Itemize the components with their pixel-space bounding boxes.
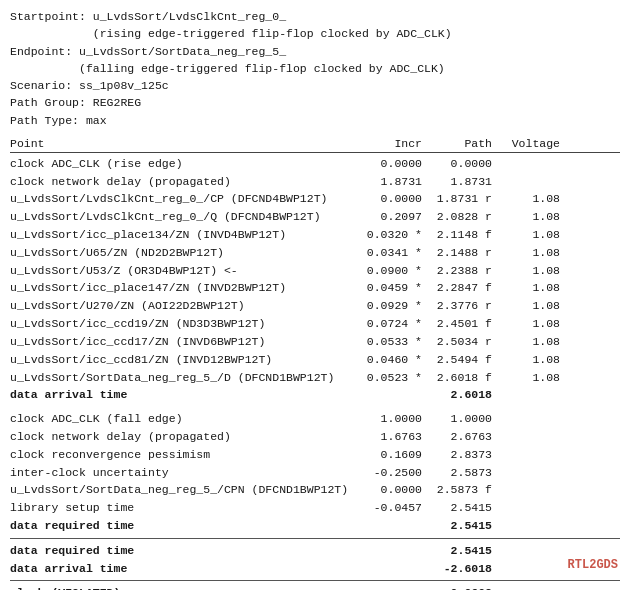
header-line-1: Startpoint: u_LvdsSort/LvdsClkCnt_reg_0_ — [10, 8, 620, 25]
cell-voltage — [500, 155, 560, 173]
timing-table: Point Incr Path Voltage clock ADC_CLK (r… — [10, 137, 620, 590]
col-header-point: Point — [10, 137, 350, 150]
cell-voltage — [500, 173, 560, 191]
cell-point: clock ADC_CLK (fall edge) — [10, 410, 350, 428]
table-row: u_LvdsSort/icc_place134/ZN (INVD4BWP12T)… — [10, 226, 620, 244]
col-header-voltage: Voltage — [500, 137, 560, 150]
cell-incr: 0.1609 — [350, 446, 430, 464]
slack-voltage — [500, 584, 560, 590]
header-line-4: (falling edge-triggered flip-flop clocke… — [10, 60, 620, 77]
table-row: clock network delay (propagated)1.87311.… — [10, 173, 620, 191]
header-line-2: (rising edge-triggered flip-flop clocked… — [10, 25, 620, 42]
cell-voltage: 1.08 — [500, 315, 560, 333]
section1-rows: clock ADC_CLK (rise edge)0.00000.0000clo… — [10, 155, 620, 404]
cell-point: u_LvdsSort/icc_ccd19/ZN (ND3D3BWP12T) — [10, 315, 350, 333]
cell-path: 2.5494 f — [430, 351, 500, 369]
cell-point: data arrival time — [10, 386, 350, 404]
cell-path: 1.8731 r — [430, 190, 500, 208]
cell-point: clock reconvergence pessimism — [10, 446, 350, 464]
cell-voltage — [500, 542, 560, 560]
cell-voltage: 1.08 — [500, 262, 560, 280]
cell-point: u_LvdsSort/SortData_neg_reg_5_/D (DFCND1… — [10, 369, 350, 387]
table-row: u_LvdsSort/U65/ZN (ND2D2BWP12T)0.0341 *2… — [10, 244, 620, 262]
cell-point: u_LvdsSort/U270/ZN (AOI22D2BWP12T) — [10, 297, 350, 315]
table-row: clock ADC_CLK (rise edge)0.00000.0000 — [10, 155, 620, 173]
cell-voltage: 1.08 — [500, 333, 560, 351]
cell-path: 2.6018 — [430, 386, 500, 404]
table-row: u_LvdsSort/icc_ccd19/ZN (ND3D3BWP12T)0.0… — [10, 315, 620, 333]
cell-point: clock ADC_CLK (rise edge) — [10, 155, 350, 173]
cell-incr: 1.0000 — [350, 410, 430, 428]
cell-path: 2.8373 — [430, 446, 500, 464]
cell-voltage — [500, 517, 560, 535]
cell-path: 2.0828 r — [430, 208, 500, 226]
cell-path: 2.6018 f — [430, 369, 500, 387]
cell-point: data required time — [10, 542, 350, 560]
cell-path: 2.1488 r — [430, 244, 500, 262]
table-row: data arrival time-2.6018 — [10, 560, 620, 578]
cell-incr: -0.2500 — [350, 464, 430, 482]
cell-incr: 0.2097 — [350, 208, 430, 226]
cell-path: 2.4501 f — [430, 315, 500, 333]
cell-point: u_LvdsSort/LvdsClkCnt_reg_0_/CP (DFCND4B… — [10, 190, 350, 208]
table-row: u_LvdsSort/SortData_neg_reg_5_/D (DFCND1… — [10, 369, 620, 387]
cell-incr: 0.0000 — [350, 481, 430, 499]
header-line-6: Path Group: REG2REG — [10, 94, 620, 111]
cell-point: u_LvdsSort/icc_place147/ZN (INVD2BWP12T) — [10, 279, 350, 297]
slack-path: -0.0602 — [430, 584, 500, 590]
cell-voltage — [500, 446, 560, 464]
cell-incr: 0.0900 * — [350, 262, 430, 280]
cell-incr: 0.0000 — [350, 155, 430, 173]
cell-incr: 0.0533 * — [350, 333, 430, 351]
cell-incr — [350, 560, 430, 578]
cell-path: 2.1148 f — [430, 226, 500, 244]
cell-voltage: 1.08 — [500, 208, 560, 226]
col-header-path: Path — [430, 137, 500, 150]
cell-voltage: 1.08 — [500, 351, 560, 369]
cell-point: u_LvdsSort/icc_place134/ZN (INVD4BWP12T) — [10, 226, 350, 244]
col-header-incr: Incr — [350, 137, 430, 150]
slack-label: slack (VIOLATED) — [10, 584, 350, 590]
header-line-7: Path Type: max — [10, 112, 620, 129]
watermark: RTL2GDS — [568, 558, 618, 572]
cell-point: clock network delay (propagated) — [10, 428, 350, 446]
cell-incr — [350, 517, 430, 535]
cell-point: clock network delay (propagated) — [10, 173, 350, 191]
cell-path: 1.0000 — [430, 410, 500, 428]
table-row: u_LvdsSort/icc_ccd17/ZN (INVD6BWP12T)0.0… — [10, 333, 620, 351]
table-header-row: Point Incr Path Voltage — [10, 137, 620, 153]
cell-point: u_LvdsSort/SortData_neg_reg_5_/CPN (DFCN… — [10, 481, 350, 499]
cell-voltage — [500, 499, 560, 517]
cell-incr: 0.0341 * — [350, 244, 430, 262]
cell-point: u_LvdsSort/U65/ZN (ND2D2BWP12T) — [10, 244, 350, 262]
divider-2 — [10, 538, 620, 539]
header-line-5: Scenario: ss_1p08v_125c — [10, 77, 620, 94]
cell-path: 2.5034 r — [430, 333, 500, 351]
table-row: inter-clock uncertainty-0.25002.5873 — [10, 464, 620, 482]
cell-path: 2.5873 — [430, 464, 500, 482]
cell-point: u_LvdsSort/LvdsClkCnt_reg_0_/Q (DFCND4BW… — [10, 208, 350, 226]
cell-voltage: 1.08 — [500, 279, 560, 297]
table-row: u_LvdsSort/icc_place147/ZN (INVD2BWP12T)… — [10, 279, 620, 297]
cell-path: 2.5415 — [430, 499, 500, 517]
table-row: clock ADC_CLK (fall edge)1.00001.0000 — [10, 410, 620, 428]
cell-point: library setup time — [10, 499, 350, 517]
cell-voltage: 1.08 — [500, 226, 560, 244]
cell-point: data arrival time — [10, 560, 350, 578]
cell-incr: 0.0460 * — [350, 351, 430, 369]
table-row: data required time2.5415 — [10, 542, 620, 560]
cell-incr — [350, 386, 430, 404]
cell-path: 0.0000 — [430, 155, 500, 173]
cell-path: 2.5873 f — [430, 481, 500, 499]
cell-voltage — [500, 410, 560, 428]
table-row: data arrival time2.6018 — [10, 386, 620, 404]
cell-point: inter-clock uncertainty — [10, 464, 350, 482]
section2-rows: clock ADC_CLK (fall edge)1.00001.0000clo… — [10, 410, 620, 535]
cell-incr: 0.0929 * — [350, 297, 430, 315]
cell-voltage: 1.08 — [500, 190, 560, 208]
table-row: data required time2.5415 — [10, 517, 620, 535]
cell-incr — [350, 542, 430, 560]
cell-voltage: 1.08 — [500, 297, 560, 315]
cell-voltage — [500, 386, 560, 404]
slack-incr — [350, 584, 430, 590]
